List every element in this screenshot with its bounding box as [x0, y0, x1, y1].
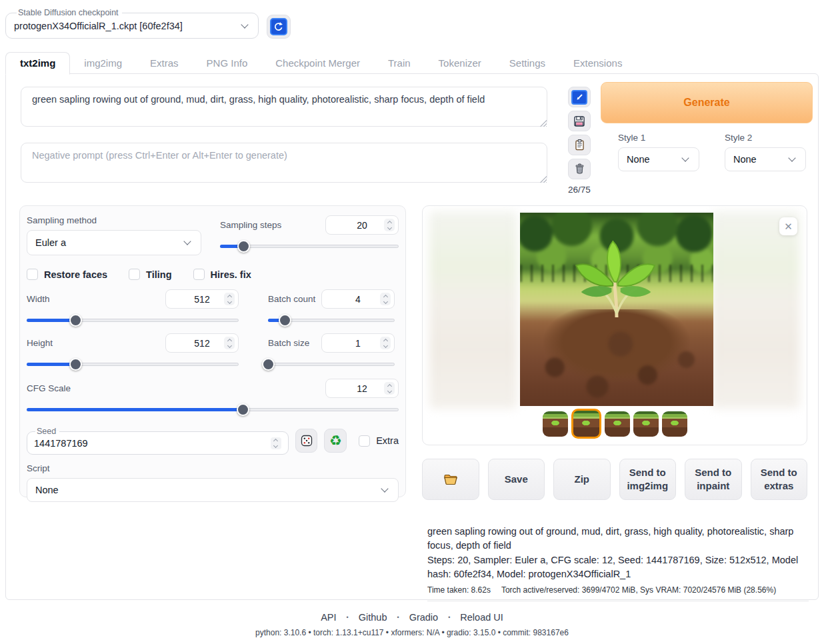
- tab-txt2img[interactable]: txt2img: [5, 52, 70, 75]
- refresh-checkpoint-button[interactable]: [267, 15, 291, 39]
- checkbox-icon: [359, 435, 370, 447]
- tiling-checkbox[interactable]: Tiling: [129, 269, 171, 280]
- output-gallery: ✕: [422, 205, 807, 445]
- tab-train[interactable]: Train: [374, 53, 425, 74]
- api-link[interactable]: API: [321, 612, 336, 623]
- send-to-img2img-button[interactable]: Send to img2img: [619, 459, 677, 500]
- dice-icon: [300, 434, 313, 447]
- checkpoint-selector[interactable]: Stable Diffusion checkpoint protogenX34O…: [5, 8, 259, 39]
- thumbnail-4[interactable]: [633, 411, 659, 437]
- stepper-icon[interactable]: [384, 382, 395, 395]
- style2-value: None: [733, 154, 757, 165]
- width-slider[interactable]: [27, 314, 239, 327]
- stepper-icon[interactable]: [224, 293, 235, 305]
- style1-select[interactable]: None: [618, 147, 699, 171]
- width-value: 512: [194, 294, 209, 305]
- time-taken-text: Time taken: 8.62s: [427, 585, 491, 595]
- style2-label: Style 2: [725, 133, 806, 143]
- sampling-steps-slider[interactable]: [220, 240, 399, 253]
- style2-select[interactable]: None: [725, 147, 806, 171]
- sampling-method-select[interactable]: Euler a: [27, 230, 201, 255]
- github-link[interactable]: Github: [359, 612, 387, 623]
- sd-webui: { "header": { "checkpoint_label": "Stabl…: [0, 0, 824, 644]
- stepper-icon[interactable]: [380, 337, 391, 349]
- width-input[interactable]: 512: [165, 289, 239, 309]
- width-label: Width: [27, 294, 50, 304]
- reuse-seed-button[interactable]: ♻: [324, 429, 347, 453]
- generate-button[interactable]: Generate: [601, 82, 813, 123]
- height-label: Height: [27, 338, 53, 348]
- info-prompt-text: green sapling rowing out of ground, mud,…: [427, 525, 809, 553]
- txt2img-panel: green sapling rowing out of ground, mud,…: [5, 73, 819, 600]
- cfg-scale-label: CFG Scale: [27, 383, 71, 393]
- batch-size-input[interactable]: 1: [321, 333, 395, 353]
- slider-handle[interactable]: [279, 314, 291, 327]
- generated-image[interactable]: [520, 213, 713, 406]
- styles-row: Style 1 None Style 2 None: [601, 133, 813, 181]
- seed-input[interactable]: Seed 1441787169: [27, 427, 289, 455]
- send-to-extras-button[interactable]: Send to extras: [751, 459, 808, 500]
- random-seed-button[interactable]: [295, 429, 318, 453]
- tab-extras[interactable]: Extras: [136, 53, 193, 74]
- cfg-scale-input[interactable]: 12: [325, 379, 399, 398]
- sampling-steps-value: 20: [357, 220, 367, 231]
- gradio-link[interactable]: Gradio: [409, 612, 439, 623]
- thumbnail-3[interactable]: [605, 411, 630, 437]
- prompt-input[interactable]: green sapling rowing out of ground, mud,…: [21, 87, 547, 127]
- tab-checkpoint-merger[interactable]: Checkpoint Merger: [261, 53, 374, 74]
- batch-count-slider[interactable]: [268, 314, 395, 327]
- height-slider[interactable]: [27, 358, 239, 371]
- height-input[interactable]: 512: [165, 333, 239, 353]
- separator-dot: •: [397, 614, 399, 621]
- reload-ui-link[interactable]: Reload UI: [460, 612, 503, 623]
- sapling-illustration: [553, 229, 680, 355]
- open-folder-button[interactable]: [422, 459, 479, 500]
- tiling-label: Tiling: [146, 269, 171, 280]
- stepper-icon[interactable]: [224, 337, 235, 349]
- cfg-scale-value: 12: [357, 383, 367, 394]
- checkpoint-label: Stable Diffusion checkpoint: [17, 8, 122, 17]
- tab-png-info[interactable]: PNG Info: [193, 53, 262, 74]
- sampling-method-value: Euler a: [35, 237, 66, 248]
- paste-generation-params-button[interactable]: [568, 87, 591, 107]
- slider-handle[interactable]: [69, 358, 82, 371]
- chevron-down-icon: [788, 154, 795, 161]
- zip-button[interactable]: Zip: [553, 459, 611, 500]
- slider-handle[interactable]: [237, 240, 250, 253]
- thumbnail-1[interactable]: [543, 411, 568, 437]
- thumbnail-2-selected[interactable]: [571, 409, 601, 439]
- tab-img2img[interactable]: img2img: [70, 53, 136, 74]
- stepper-icon[interactable]: [271, 437, 281, 449]
- batch-count-input[interactable]: 4: [321, 289, 395, 309]
- slider-handle[interactable]: [237, 403, 249, 416]
- slider-handle[interactable]: [262, 358, 275, 371]
- sampling-steps-input[interactable]: 20: [325, 215, 399, 235]
- restore-faces-checkbox[interactable]: Restore faces: [27, 269, 107, 280]
- batch-size-slider[interactable]: [268, 358, 395, 371]
- tab-settings[interactable]: Settings: [495, 53, 559, 74]
- negative-prompt-input[interactable]: [21, 143, 547, 183]
- extra-seed-checkbox[interactable]: Extra: [359, 435, 399, 447]
- save-style-button[interactable]: [568, 111, 591, 131]
- send-to-inpaint-button[interactable]: Send to inpaint: [685, 459, 742, 500]
- main-tabs: txt2img img2img Extras PNG Info Checkpoi…: [5, 51, 636, 74]
- seed-label: Seed: [35, 427, 59, 436]
- close-icon: ✕: [784, 221, 793, 233]
- save-button[interactable]: Save: [488, 459, 545, 500]
- tab-extensions[interactable]: Extensions: [559, 53, 636, 74]
- close-gallery-button[interactable]: ✕: [779, 217, 797, 235]
- hires-fix-checkbox[interactable]: Hires. fix: [193, 269, 251, 280]
- slider-handle[interactable]: [69, 314, 82, 327]
- separator-dot: •: [347, 614, 349, 621]
- tab-tokenizer[interactable]: Tokenizer: [425, 53, 495, 74]
- stepper-icon[interactable]: [380, 293, 391, 305]
- script-value: None: [35, 485, 59, 495]
- recycle-icon: ♻: [329, 434, 342, 448]
- clear-prompt-button[interactable]: [568, 159, 591, 179]
- version-info: python: 3.10.6 • torch: 1.13.1+cu117 • x…: [0, 628, 824, 637]
- script-select[interactable]: None: [27, 478, 399, 502]
- thumbnail-5[interactable]: [662, 411, 687, 437]
- cfg-scale-slider[interactable]: [27, 403, 399, 416]
- stepper-icon[interactable]: [384, 219, 395, 231]
- apply-style-button[interactable]: [568, 135, 591, 155]
